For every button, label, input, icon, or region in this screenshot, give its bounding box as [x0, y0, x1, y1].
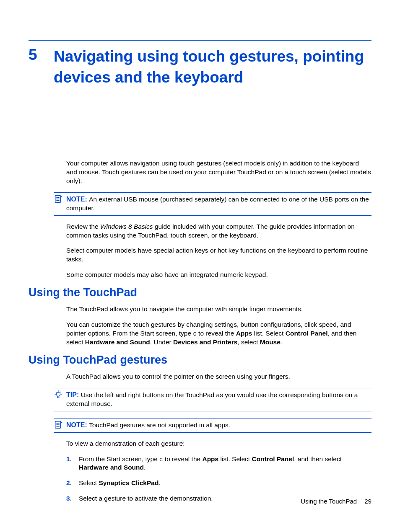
note-label: NOTE: [66, 196, 87, 203]
note2-label: NOTE: [66, 421, 87, 429]
page-footer: Using the TouchPad 29 [301, 498, 371, 505]
note-icon [54, 420, 63, 429]
step-1: From the Start screen, type c to reveal … [66, 455, 371, 473]
step1-a: From the Start screen, type [79, 455, 159, 462]
footer-page-number: 29 [364, 498, 371, 505]
note-icon [54, 194, 63, 204]
s1p2-bold1: Apps [236, 330, 252, 337]
step1-b: to reveal the [163, 455, 203, 462]
section1-p1: The TouchPad allows you to navigate the … [66, 305, 371, 314]
intro-paragraph-3: Select computer models have special acti… [66, 246, 371, 264]
section-2: Using TouchPad gestures [29, 354, 371, 367]
chapter-number: 5 [29, 46, 37, 64]
s1p2-bold2: Control Panel [286, 330, 328, 337]
s1p2-c: list. Select [252, 330, 285, 337]
section-2-heading: Using TouchPad gestures [29, 354, 371, 367]
s1p2-bold5: Mouse [260, 338, 281, 346]
section2-p1: A TouchPad allows you to control the poi… [66, 372, 371, 381]
footer-section: Using the TouchPad [301, 498, 357, 505]
section-1-heading: Using the TouchPad [29, 286, 371, 299]
document-page: 5 Navigating using touch gestures, point… [0, 0, 400, 532]
tip-label: TIP: [66, 391, 79, 398]
intro-paragraph-2: Review the Windows 8 Basics guide includ… [66, 222, 371, 240]
step1-e: . [144, 464, 145, 471]
step2-b: . [158, 479, 160, 486]
step1-d: , and then select [294, 455, 342, 462]
intro-paragraph-4: Some computer models may also have an in… [66, 271, 371, 279]
svg-rect-10 [57, 396, 59, 398]
section-1: Using the TouchPad [29, 286, 371, 299]
s1p2-b: to reveal the [197, 330, 236, 337]
s1p2-f: , select [237, 338, 260, 346]
section1-p2: You can customize the touch gestures by … [66, 320, 371, 347]
demo-lead: To view a demonstration of each gesture: [66, 439, 371, 448]
tip-icon [54, 390, 63, 399]
svg-line-8 [56, 392, 57, 393]
note-callout-1: NOTE: An external USB mouse (purchased s… [54, 192, 371, 216]
s1p2-code: c [193, 331, 196, 337]
intro-p2-italic: Windows 8 Basics [100, 223, 153, 230]
chapter-title: Navigating using touch gestures, pointin… [54, 46, 371, 88]
step1-bold3: Hardware and Sound [79, 464, 144, 471]
tip-text-content: Use the left and right buttons on the To… [66, 391, 358, 407]
note2-text: TouchPad gestures are not supported in a… [89, 421, 230, 429]
note-callout-2: NOTE: TouchPad gestures are not supporte… [54, 418, 371, 433]
intro-p2-pre: Review the [66, 223, 100, 230]
s1p2-bold3: Hardware and Sound [85, 338, 150, 346]
tip-callout: TIP: Use the left and right buttons on t… [54, 388, 371, 411]
chapter-rule [29, 40, 371, 41]
intro-paragraph-1: Your computer allows navigation using to… [66, 159, 371, 186]
svg-point-4 [56, 392, 60, 396]
demo-steps: From the Start screen, type c to reveal … [66, 455, 371, 504]
step1-bold2: Control Panel [252, 455, 294, 462]
note-text-content: An external USB mouse (purchased separat… [66, 196, 369, 212]
body-area: Your computer allows navigation using to… [66, 159, 371, 510]
s1p2-g: . [281, 338, 282, 346]
s1p2-e: . Under [150, 338, 173, 346]
step2-a: Select [79, 479, 99, 486]
step1-bold1: Apps [202, 455, 218, 462]
step1-c: list. Select [218, 455, 252, 462]
step-2: Select Synaptics ClickPad. [66, 479, 371, 488]
s1p2-bold4: Devices and Printers [173, 338, 237, 346]
step2-bold: Synaptics ClickPad [99, 479, 158, 486]
step1-code: c [159, 456, 163, 463]
svg-line-9 [60, 392, 61, 393]
